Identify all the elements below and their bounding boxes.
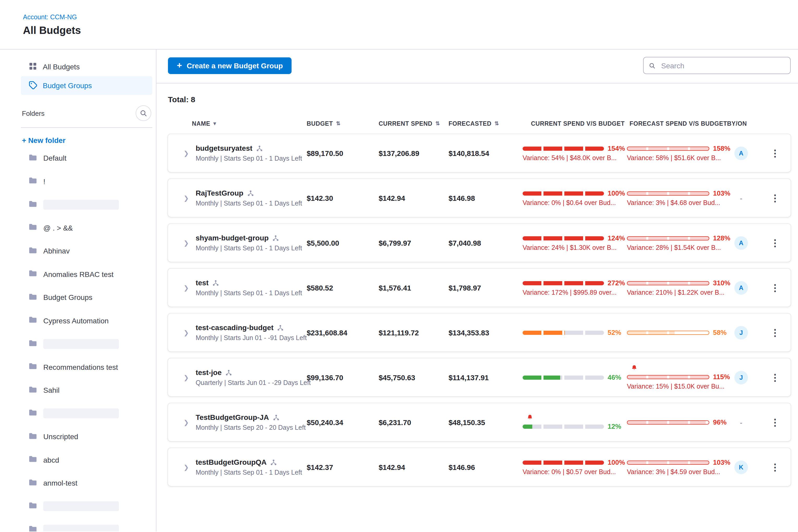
budget-groups-content: Total: 8 NAME ▾ BUDGET ⇅ CURRENT SPEND ⇅ — [156, 83, 798, 531]
sort-icon[interactable]: ⇅ — [336, 121, 341, 126]
group-period: Monthly | Starts Sep 01 - 1 Days Left — [195, 245, 302, 252]
budget-group-row: ❯ shyam-budget-group Monthly | Starts Se… — [168, 224, 791, 262]
budget-group-row: ❯ budgetsuryatest Monthly | Starts Sep 0… — [168, 134, 791, 172]
sidebar: All Budgets Budget Groups Folders + New … — [0, 50, 156, 531]
group-members-icon — [256, 145, 263, 152]
kebab-menu-icon[interactable]: ⋮ — [765, 281, 785, 294]
alert-bell-icon — [631, 365, 734, 371]
folder-item-loading — [21, 495, 152, 518]
group-name[interactable]: RajTestGroup — [195, 189, 243, 197]
kebab-menu-icon[interactable]: ⋮ — [765, 460, 785, 474]
current-spend-value: $6,799.97 — [379, 239, 449, 247]
kebab-menu-icon[interactable]: ⋮ — [765, 415, 785, 429]
budget-value: $580.52 — [307, 283, 379, 292]
percent-label: 52% — [608, 328, 621, 337]
current-vs-budget-cell: 100% Variance: 0% | $0.64 over Bud... — [522, 189, 627, 207]
folder-item[interactable]: @ . > && — [21, 216, 152, 240]
search-input[interactable] — [660, 61, 785, 70]
group-period: Monthly | Starts Sep 20 - 20 Days Left — [195, 424, 306, 431]
budget-value: $142.30 — [307, 194, 379, 202]
folder-item[interactable]: Anomalies RBAC test — [21, 263, 152, 286]
create-budget-group-button[interactable]: + Create a new Budget Group — [168, 57, 292, 74]
budget-value: $231,608.84 — [307, 328, 379, 337]
group-period: Quarterly | Starts Jun 01 - -29 Days Lef… — [195, 379, 310, 386]
percent-label: 154% — [608, 145, 625, 152]
owner-avatar[interactable]: - — [734, 191, 748, 205]
group-name[interactable]: budgetsuryatest — [195, 144, 252, 152]
folder-item[interactable]: Unscripted — [21, 425, 152, 448]
expand-chevron-icon[interactable]: ❯ — [184, 419, 189, 426]
folder-list: Default ! @ . > && Abhinav — [21, 147, 152, 531]
sort-icon[interactable]: ⇅ — [436, 121, 440, 126]
kebab-menu-icon[interactable]: ⋮ — [765, 326, 785, 339]
owner-avatar[interactable]: K — [734, 460, 748, 474]
group-name[interactable]: test-cascading-budget — [195, 323, 273, 332]
budget-value: $89,170.50 — [307, 149, 379, 157]
group-name[interactable]: test-joe — [195, 368, 222, 377]
sort-caret-icon[interactable]: ▾ — [213, 121, 216, 126]
folder-item[interactable]: anmol-test — [21, 472, 152, 495]
sidebar-item-budget-groups[interactable]: Budget Groups — [21, 76, 152, 95]
toolbar: + Create a new Budget Group — [156, 50, 798, 83]
kebab-menu-icon[interactable]: ⋮ — [765, 236, 785, 250]
percent-label: 100% — [608, 458, 625, 466]
forecasted-value: $48,150.35 — [449, 418, 522, 426]
expand-chevron-icon[interactable]: ❯ — [184, 284, 189, 291]
owner-avatar[interactable]: A — [734, 281, 748, 294]
folder-icon — [29, 525, 37, 532]
budget-group-row: ❯ testBudgetGroupQA Monthly | Starts Sep… — [168, 448, 791, 486]
owner-avatar[interactable]: A — [734, 146, 748, 160]
percent-label: 46% — [608, 374, 621, 381]
column-header-forecasted[interactable]: FORECASTED ⇅ — [449, 120, 522, 127]
folder-search-button[interactable] — [136, 106, 151, 121]
group-name[interactable]: shyam-budget-group — [195, 234, 269, 242]
expand-chevron-icon[interactable]: ❯ — [184, 149, 189, 157]
expand-chevron-icon[interactable]: ❯ — [184, 463, 189, 471]
folder-name: Cypress Automation — [43, 317, 109, 325]
sort-icon[interactable]: ⇅ — [494, 121, 499, 126]
folder-item-default[interactable]: Default — [21, 147, 152, 170]
folder-icon — [29, 456, 37, 464]
owner-avatar[interactable]: J — [734, 370, 748, 384]
owner-avatar[interactable]: A — [734, 236, 748, 250]
forecast-spend-progress-bar — [627, 281, 709, 285]
folder-item[interactable]: ! — [21, 170, 152, 193]
account-breadcrumb[interactable]: Account: CCM-NG — [23, 14, 798, 21]
column-header-name[interactable]: NAME ▾ — [168, 120, 307, 127]
search-icon — [140, 110, 147, 117]
current-vs-budget-cell: 272% Variance: 172% | $995.89 over... — [522, 279, 627, 296]
folder-name-skeleton — [43, 501, 119, 511]
expand-chevron-icon[interactable]: ❯ — [184, 374, 189, 381]
group-name[interactable]: testBudgetGroupQA — [195, 458, 267, 466]
budget-group-row: ❯ test-cascading-budget Monthly | Starts… — [168, 314, 791, 352]
folder-item[interactable]: Abhinav — [21, 240, 152, 263]
variance-label: Variance: 58% | $51.6K over B... — [627, 154, 734, 162]
folder-item[interactable]: Cypress Automation — [21, 309, 152, 332]
new-folder-button[interactable]: + New folder — [22, 136, 152, 145]
folder-name-skeleton — [43, 408, 119, 419]
page-title: All Budgets — [23, 24, 798, 37]
column-header-by-on: BY/ON — [727, 120, 759, 127]
expand-chevron-icon[interactable]: ❯ — [184, 239, 189, 246]
kebab-menu-icon[interactable]: ⋮ — [765, 191, 785, 205]
folder-item[interactable]: Budget Groups — [21, 286, 152, 309]
variance-label: Variance: 0% | $0.64 over Bud... — [522, 199, 627, 207]
column-header-budget[interactable]: BUDGET ⇅ — [307, 120, 379, 127]
folders-title: Folders — [22, 109, 44, 117]
expand-chevron-icon[interactable]: ❯ — [184, 329, 189, 336]
column-header-current-spend[interactable]: CURRENT SPEND ⇅ — [379, 120, 449, 127]
kebab-menu-icon[interactable]: ⋮ — [765, 146, 785, 160]
owner-avatar[interactable]: - — [734, 415, 748, 429]
folder-icon — [29, 247, 37, 255]
owner-avatar[interactable]: J — [734, 326, 748, 339]
current-spend-value: $121,119.72 — [379, 328, 449, 337]
expand-chevron-icon[interactable]: ❯ — [184, 194, 189, 202]
forecast-spend-progress-bar — [627, 236, 709, 240]
folder-item[interactable]: Recommendations test — [21, 356, 152, 379]
group-name[interactable]: TestBudgetGroup-JA — [195, 413, 269, 421]
kebab-menu-icon[interactable]: ⋮ — [765, 370, 785, 384]
group-name[interactable]: test — [195, 279, 209, 287]
folder-item[interactable]: abcd — [21, 448, 152, 472]
sidebar-item-all-budgets[interactable]: All Budgets — [21, 57, 152, 76]
folder-item[interactable]: Sahil — [21, 379, 152, 402]
